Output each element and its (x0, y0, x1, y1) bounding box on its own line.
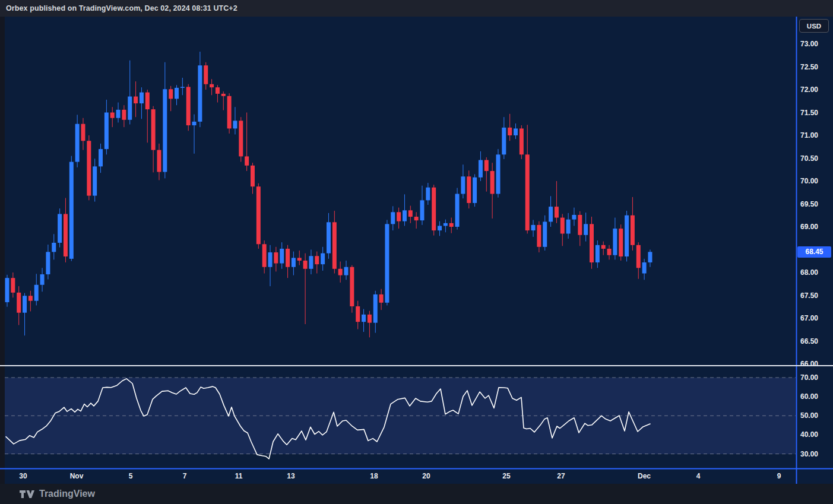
tradingview-logo-icon (20, 490, 34, 499)
candle-body (175, 88, 179, 99)
candle-body (163, 89, 167, 172)
candle-body (613, 229, 617, 255)
candle-body (286, 249, 290, 267)
candle-body (145, 93, 150, 109)
candle-body (636, 245, 641, 268)
candle-body (332, 222, 337, 269)
candle-body (397, 212, 401, 221)
candle-body (140, 93, 144, 103)
candle-body (502, 128, 506, 154)
time-tick-label: Nov (70, 471, 84, 481)
candle-body (233, 121, 237, 128)
candle-body (631, 215, 635, 245)
candle-body (169, 89, 173, 99)
candle-body (210, 84, 214, 87)
candle-body (373, 294, 378, 323)
candle-body (93, 166, 97, 195)
candle-body (180, 87, 185, 88)
candle-body (578, 215, 582, 235)
chart-canvas[interactable] (0, 0, 833, 504)
candle-body (216, 87, 220, 94)
time-tick-label: 13 (287, 471, 294, 481)
candle-body (625, 215, 629, 256)
candle-body (432, 188, 436, 230)
candle-body (572, 215, 576, 220)
price-tick-label: 70.00 (800, 176, 831, 186)
candle-body (350, 267, 354, 306)
candle-body (280, 249, 284, 264)
candle-body (28, 296, 33, 300)
time-tick-label: Dec (638, 471, 651, 481)
candle-body (479, 160, 483, 177)
chart-window: Orbex published on TradingView.com, Dec … (0, 0, 833, 504)
candle-body (555, 207, 559, 217)
footer-bar: TradingView (0, 484, 833, 504)
candle-body (321, 253, 325, 264)
rsi-tick-label: 70.00 (800, 373, 831, 382)
candle-body (251, 166, 255, 186)
candle-body (75, 124, 80, 162)
time-tick-label: 7 (183, 471, 187, 481)
price-tick-label: 72.00 (800, 85, 831, 94)
price-tick-label: 69.50 (800, 199, 831, 209)
candle-body (128, 97, 132, 120)
candle-body (239, 121, 243, 156)
candle-body (221, 94, 226, 96)
candle-body (274, 252, 278, 263)
candle-body (543, 222, 547, 247)
candle-body (590, 224, 594, 262)
candle-body (566, 220, 571, 234)
candle-body (508, 128, 512, 135)
candle-body (186, 87, 191, 125)
candle-body (362, 315, 366, 322)
tradingview-link[interactable]: TradingView (20, 489, 95, 499)
candle-body (648, 252, 652, 262)
candle-body (151, 109, 156, 150)
candle-body (5, 278, 9, 302)
candle-body (245, 156, 249, 165)
candle-body (134, 97, 138, 104)
rsi-tick-label: 60.00 (800, 392, 831, 401)
candle-body (157, 150, 161, 172)
price-tick-label: 72.50 (800, 62, 831, 72)
candle-body (391, 212, 395, 224)
candle-body (514, 128, 518, 135)
candle-body (449, 223, 454, 227)
time-tick-label: 4 (696, 471, 701, 481)
candle-body (87, 141, 91, 195)
candle-body (403, 210, 407, 221)
candle-body (327, 222, 331, 253)
pane-splitter[interactable] (0, 365, 833, 366)
left-margin-strip (0, 17, 5, 484)
currency-toggle-button[interactable]: USD (799, 19, 829, 33)
candle-body (268, 252, 273, 267)
time-tick-label: 18 (370, 471, 378, 481)
candle-body (537, 225, 541, 247)
candle-body (385, 224, 389, 302)
candle-body (420, 200, 424, 220)
candle-body (368, 315, 372, 323)
candle-body (549, 207, 553, 221)
candle-body (356, 306, 360, 322)
time-tick-label: 27 (557, 471, 565, 481)
candle-body (408, 210, 413, 217)
candle-body (192, 122, 197, 125)
candle-body (642, 262, 647, 273)
candle-body (34, 285, 39, 301)
candle-body (292, 258, 296, 267)
time-tick-label: 9 (777, 471, 781, 481)
publish-header: Orbex published on TradingView.com, Dec … (0, 0, 833, 17)
candle-body (520, 128, 524, 154)
candle-body (99, 149, 103, 166)
candle-body (426, 188, 430, 201)
candle-body (198, 65, 202, 122)
time-tick-label: 5 (129, 471, 133, 481)
candle-body (52, 243, 56, 252)
candle-body (110, 113, 115, 118)
price-tick-label: 67.50 (800, 291, 831, 300)
price-tick-label: 69.00 (800, 222, 831, 232)
candle-body (379, 294, 384, 303)
rsi-tick-label: 50.00 (800, 411, 831, 420)
price-tick-label: 68.00 (800, 268, 831, 277)
candle-body (619, 229, 623, 256)
